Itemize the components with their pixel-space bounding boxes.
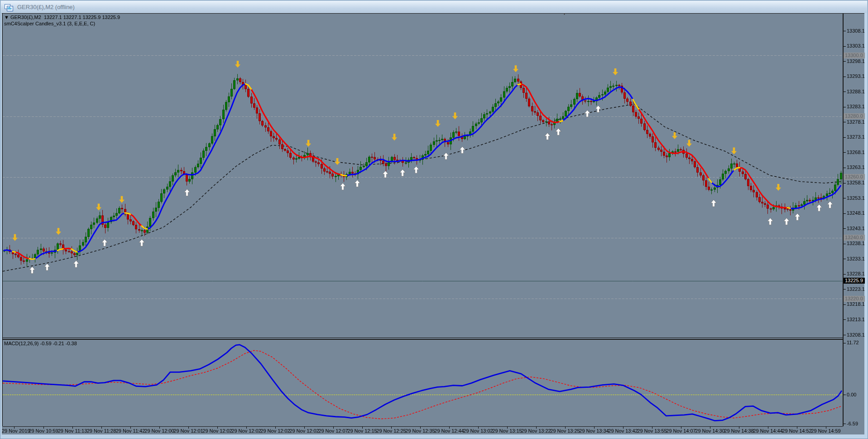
price-tick-label: 13278.1 <box>847 119 865 125</box>
price-tick-label: 13308.1 <box>847 28 865 34</box>
ohlc-header: ▼ GER30(£),M2 13227.1 13227.1 13225.9 13… <box>4 14 120 20</box>
price-tick-label: 13213.1 <box>847 317 865 322</box>
chart-canvas[interactable] <box>0 0 868 439</box>
price-tick-label: 13258.1 <box>847 180 865 185</box>
chart-window: GER30(£),M2 (offline) — ❐ ✕ ▼ GER30(£),M… <box>0 0 868 439</box>
price-tick-label: 13223.1 <box>847 286 865 292</box>
price-tick-label: 13303.1 <box>847 43 865 48</box>
collapse-arrow-icon[interactable]: ▼ <box>4 14 9 20</box>
price-tick-label: 13248.1 <box>847 210 865 216</box>
ohlc-values: 13227.1 13227.1 13225.9 13225.9 <box>44 14 120 20</box>
price-tick-label: 13208.1 <box>847 332 865 338</box>
price-tick-label: 13288.1 <box>847 89 865 94</box>
price-level-label: 13300.0 <box>844 53 865 58</box>
price-level-label: 13260.0 <box>844 174 865 180</box>
macd-tick-label: -6.59 <box>847 421 858 426</box>
indicator-label: smC4Scalper Candles_v3.1 (3, E,E,E, C) <box>4 21 95 26</box>
price-tick-label: 13228.1 <box>847 271 865 276</box>
price-tick-label: 13293.1 <box>847 73 865 79</box>
price-tick-label: 13233.1 <box>847 256 865 261</box>
price-tick-label: 13263.1 <box>847 164 865 170</box>
price-level-label: 13280.0 <box>844 113 865 119</box>
macd-tick-label: 11.72 <box>847 340 859 345</box>
price-tick-label: 13273.1 <box>847 134 865 140</box>
window-title: GER30(£),M2 (offline) <box>17 4 75 10</box>
bid-price-label: 13225.9 <box>844 278 865 284</box>
price-tick-label: 13253.1 <box>847 195 865 201</box>
price-level-label: 13240.0 <box>844 235 865 241</box>
offline-chart-icon <box>5 4 13 10</box>
price-tick-label: 13238.1 <box>847 241 865 246</box>
symbol-label: GER30(£),M2 <box>10 14 41 20</box>
titlebar[interactable]: GER30(£),M2 (offline) <box>1 1 867 13</box>
price-tick-label: 13268.1 <box>847 150 865 155</box>
price-tick-label: 13243.1 <box>847 226 865 231</box>
time-tick-label: 29 Nov 14:59 <box>809 428 843 434</box>
price-tick-label: 13298.1 <box>847 58 865 64</box>
macd-tick-label: 0.00 <box>847 392 856 397</box>
price-tick-label: 13283.1 <box>847 104 865 109</box>
price-tick-label: 13218.1 <box>847 301 865 307</box>
macd-indicator-label: MACD(12,26,9) -0.59 -0.21 -0.38 <box>4 341 77 346</box>
price-level-label: 13220.0 <box>844 296 865 302</box>
